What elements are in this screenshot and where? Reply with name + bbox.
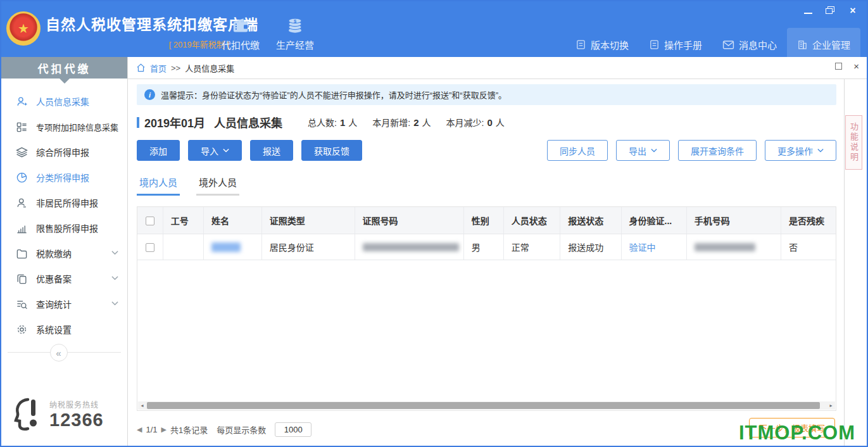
sidebar-item-label: 非居民所得申报	[36, 196, 98, 209]
add-button[interactable]: 添加	[137, 140, 180, 161]
person-tabs: 境内人员 境外人员	[137, 173, 239, 196]
tab-foreign-personnel[interactable]: 境外人员	[196, 173, 239, 196]
layers-icon	[15, 146, 28, 158]
function-description-tab[interactable]: 功能说明	[845, 115, 862, 170]
cell-disabled: 否	[781, 234, 837, 260]
stat-added: 本月新增:2人	[372, 116, 431, 129]
user-icon	[15, 197, 28, 209]
column-header: 工号	[163, 207, 203, 234]
next-page-icon[interactable]: ▶	[161, 425, 167, 434]
column-header: 人员状态	[503, 207, 560, 234]
national-emblem-logo: ★	[6, 11, 41, 46]
sidebar-item-preference-filing[interactable]: 优惠备案	[1, 266, 127, 291]
header-link-label: 操作手册	[664, 38, 702, 51]
sidebar-item-classified-income[interactable]: 分类所得申报	[1, 165, 127, 190]
page-size-label: 每页显示条数	[217, 424, 266, 436]
scroll-left-icon[interactable]: ◂	[138, 401, 146, 410]
home-icon	[136, 63, 146, 72]
bar-chart-icon	[15, 222, 28, 234]
sidebar-item-comprehensive-income[interactable]: 综合所得申报	[1, 139, 127, 165]
chevron-down-icon	[111, 301, 118, 306]
collapse-sidebar-button[interactable]: «	[50, 344, 68, 362]
main-area: 首页 >> 人员信息采集 × i 温馨提示：身份验证状态为“待验证”的人员不能进…	[128, 57, 867, 446]
pagination: ◀ 1/1 ▶ 共1条记录 每页显示条数	[137, 422, 311, 437]
hotline-block: 纳税服务热线 12366	[11, 396, 104, 433]
app-header: ★ 自然人税收管理系统扣缴客户端 [ 2019年新税制 ] 代扣代缴 $ 生产经…	[1, 1, 867, 57]
more-actions-button[interactable]: 更多操作	[765, 140, 836, 161]
page-close-icon[interactable]: ×	[853, 63, 859, 70]
stat-removed: 本月减少:0人	[446, 116, 505, 129]
column-header: 是否残疾	[781, 207, 837, 234]
prev-page-icon[interactable]: ◀	[137, 425, 142, 434]
breadcrumb-separator: >>	[171, 63, 180, 73]
sidebar-item-tax-payment[interactable]: 税款缴纳	[1, 241, 127, 266]
sidebar-item-label: 限售股所得申报	[36, 222, 98, 234]
version-switch-button[interactable]: 版本切换	[565, 30, 639, 59]
module-label: 代扣代缴	[222, 38, 260, 51]
export-button[interactable]: 导出	[616, 140, 670, 161]
restore-icon[interactable]	[825, 6, 835, 16]
page-maximize-icon[interactable]	[835, 63, 842, 70]
personnel-table-area: 工号 姓名 证照类型 证照号码 性别 人员状态 报送状态 身份验证... 手机号…	[137, 206, 836, 411]
page-size-input[interactable]	[275, 422, 311, 437]
copy-icon	[15, 273, 28, 285]
breadcrumb-current: 人员信息采集	[185, 62, 234, 74]
chevron-down-icon	[651, 148, 657, 153]
accent-bar	[137, 117, 139, 128]
app-subtitle: [ 2019年新税制 ]	[46, 38, 229, 50]
sidebar-collapse-row: «	[8, 352, 121, 353]
scrollbar-thumb[interactable]	[147, 402, 820, 409]
manual-button[interactable]: 操作手册	[639, 30, 712, 59]
coins-icon: $	[285, 14, 305, 35]
sidebar-item-nonresident-income[interactable]: 非居民所得申报	[1, 190, 127, 215]
get-feedback-button[interactable]: 获取反馈	[301, 140, 362, 161]
horizontal-scrollbar[interactable]: ◂ ▸	[138, 401, 835, 410]
module-tab-withholding[interactable]: 代扣代缴	[222, 14, 260, 51]
chevron-down-icon	[223, 148, 229, 153]
sidebar-item-label: 综合所得申报	[36, 146, 89, 158]
notice-text: 温馨提示：身份验证状态为“待验证”的人员不能进行申报操作，请及时进行“报送”和“…	[161, 89, 506, 101]
sidebar-item-personnel-info[interactable]: 人员信息采集	[1, 89, 127, 114]
message-center-button[interactable]: 消息中心	[712, 30, 787, 59]
column-header: 姓名	[203, 207, 261, 234]
cell-report-status: 报送成功	[560, 234, 621, 260]
chevron-down-icon	[111, 250, 118, 255]
row-checkbox[interactable]	[146, 243, 154, 252]
sync-personnel-button[interactable]: 同步人员	[547, 140, 608, 161]
header-link-label: 版本切换	[591, 38, 629, 51]
select-all-checkbox[interactable]	[146, 217, 154, 225]
app-title: 自然人税收管理系统扣缴客户端	[46, 13, 229, 34]
module-switcher: 代扣代缴 $ 生产经营	[222, 14, 314, 51]
document-icon	[576, 39, 586, 50]
sidebar-item-restricted-shares[interactable]: 限售股所得申报	[1, 215, 127, 241]
submit-button[interactable]: 报送	[250, 140, 293, 161]
expand-query-button[interactable]: 展开查询条件	[678, 140, 757, 161]
import-button[interactable]: 导入	[188, 140, 242, 161]
module-tab-production[interactable]: $ 生产经营	[276, 14, 314, 51]
masked-name-value[interactable]	[211, 242, 241, 252]
sidebar-item-query-statistics[interactable]: 查询统计	[1, 291, 127, 317]
minimize-icon[interactable]	[804, 13, 812, 14]
page-title: 人员信息采集	[214, 114, 282, 130]
close-icon[interactable]: ×	[848, 6, 858, 16]
scroll-right-icon[interactable]: ▸	[827, 401, 835, 410]
chevron-down-icon	[111, 123, 118, 129]
breadcrumb-home-link[interactable]: 首页	[150, 62, 167, 74]
stat-total: 总人数:1人	[308, 116, 357, 129]
user-plus-icon	[15, 96, 28, 108]
header-link-label: 企业管理	[812, 38, 850, 51]
window-controls: ×	[804, 5, 858, 16]
sidebar: 代扣代缴 人员信息采集 专项附加扣除信息采集 综合所得申报 分类所得申报	[1, 57, 128, 446]
id-verify-link[interactable]: 验证中	[629, 242, 656, 253]
hotline-label: 纳税服务热线	[49, 399, 104, 410]
hotline-number: 12366	[49, 410, 104, 431]
layout-list-icon	[15, 121, 28, 133]
tab-domestic-personnel[interactable]: 境内人员	[137, 173, 180, 196]
cell-cert-type: 居民身份证	[261, 234, 355, 260]
info-icon: i	[144, 89, 155, 100]
wallet-icon	[230, 14, 251, 35]
sidebar-item-system-settings[interactable]: 系统设置	[1, 317, 127, 342]
sidebar-item-special-deduction[interactable]: 专项附加扣除信息采集	[1, 114, 127, 139]
folder-icon	[15, 248, 28, 260]
building-icon	[797, 39, 808, 50]
